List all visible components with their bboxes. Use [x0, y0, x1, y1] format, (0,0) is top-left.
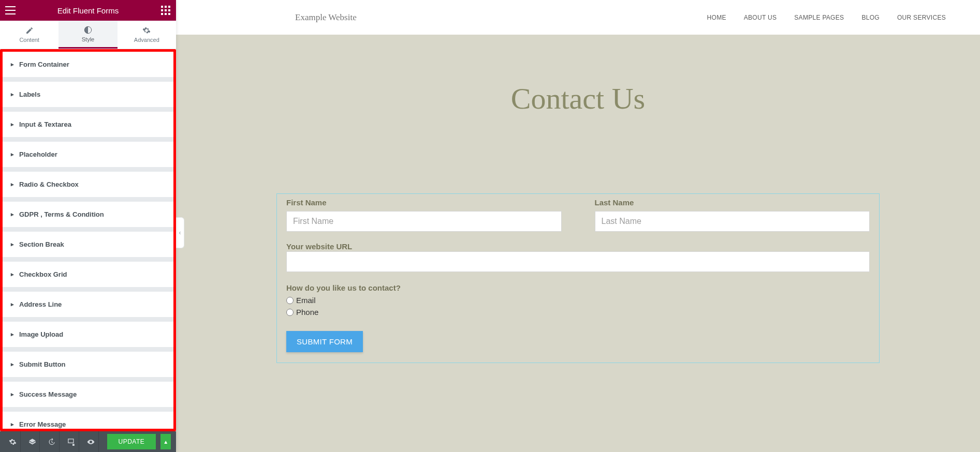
style-sections: ▸Form Container ▸Labels ▸Input & Textare… [0, 49, 176, 431]
device-icon [67, 438, 75, 446]
radio-phone-label: Phone [296, 308, 318, 317]
section-image-upload[interactable]: ▸Image Upload [3, 322, 173, 348]
caret-right-icon: ▸ [11, 211, 14, 218]
section-labels[interactable]: ▸Labels [3, 82, 173, 108]
website-input[interactable] [286, 251, 870, 272]
section-form-container[interactable]: ▸Form Container [3, 52, 173, 78]
update-button[interactable]: UPDATE [107, 434, 156, 449]
section-success-message[interactable]: ▸Success Message [3, 382, 173, 408]
caret-right-icon: ▸ [11, 361, 14, 368]
caret-right-icon: ▸ [11, 61, 14, 68]
section-label: Image Upload [19, 330, 63, 338]
update-options-button[interactable]: ▲ [160, 434, 171, 449]
caret-right-icon: ▸ [11, 301, 14, 308]
caret-right-icon: ▸ [11, 151, 14, 158]
editor-panel: Edit Fluent Forms Content Style Advanced… [0, 0, 176, 452]
section-label: Section Break [19, 240, 64, 248]
last-name-label: Last Name [595, 198, 870, 207]
last-name-input[interactable] [595, 211, 870, 232]
panel-title: Edit Fluent Forms [16, 6, 160, 15]
caret-right-icon: ▸ [11, 121, 14, 128]
section-input-textarea[interactable]: ▸Input & Textarea [3, 112, 173, 138]
nav-blog[interactable]: BLOG [861, 14, 880, 21]
tab-advanced[interactable]: Advanced [118, 21, 176, 49]
first-name-input[interactable] [286, 211, 562, 232]
tab-content-label: Content [19, 37, 39, 43]
section-address-line[interactable]: ▸Address Line [3, 292, 173, 318]
panel-header: Edit Fluent Forms [0, 0, 176, 21]
panel-collapse-handle[interactable]: ‹ [176, 217, 184, 248]
caret-right-icon: ▸ [11, 271, 14, 278]
radio-email[interactable]: Email [286, 296, 870, 305]
nav-home[interactable]: HOME [707, 14, 726, 21]
preview-button[interactable] [83, 431, 99, 452]
site-header: Example Website HOME ABOUT US SAMPLE PAG… [176, 0, 980, 35]
section-label: GDPR , Terms & Condition [19, 210, 104, 218]
radio-phone[interactable]: Phone [286, 308, 870, 317]
history-button[interactable] [44, 431, 60, 452]
caret-right-icon: ▸ [11, 421, 14, 428]
half-circle-icon [84, 26, 92, 34]
section-label: Radio & Checkbox [19, 180, 79, 188]
section-radio-checkbox[interactable]: ▸Radio & Checkbox [3, 172, 173, 198]
gear-icon [9, 438, 17, 446]
submit-button[interactable]: SUBMIT FORM [286, 331, 363, 352]
caret-right-icon: ▸ [11, 331, 14, 338]
section-label: Labels [19, 91, 40, 98]
section-checkbox-grid[interactable]: ▸Checkbox Grid [3, 262, 173, 288]
contact-form[interactable]: First Name Last Name Your website URL Ho… [276, 193, 880, 363]
top-nav: HOME ABOUT US SAMPLE PAGES BLOG OUR SERV… [707, 14, 946, 21]
preview-canvas: Example Website HOME ABOUT US SAMPLE PAG… [176, 0, 980, 452]
tab-advanced-label: Advanced [134, 37, 159, 43]
pencil-icon [25, 26, 34, 35]
section-error-message[interactable]: ▸Error Message [3, 412, 173, 431]
section-label: Address Line [19, 300, 62, 308]
radio-phone-input[interactable] [286, 309, 294, 316]
site-title: Example Website [295, 12, 357, 23]
page-heading: Contact Us [176, 81, 980, 116]
widgets-grid-icon[interactable] [160, 5, 171, 16]
section-label: Success Message [19, 390, 77, 398]
tab-content[interactable]: Content [0, 21, 58, 49]
website-label: Your website URL [286, 242, 352, 251]
section-submit-button[interactable]: ▸Submit Button [3, 352, 173, 378]
responsive-button[interactable] [64, 431, 79, 452]
caret-right-icon: ▸ [11, 91, 14, 98]
caret-right-icon: ▸ [11, 391, 14, 398]
navigator-button[interactable] [25, 431, 40, 452]
nav-about[interactable]: ABOUT US [744, 14, 777, 21]
contact-pref-label: How do you like us to contact? [286, 283, 401, 292]
section-label: Placeholder [19, 150, 57, 158]
section-gdpr[interactable]: ▸GDPR , Terms & Condition [3, 202, 173, 228]
caret-right-icon: ▸ [11, 181, 14, 188]
settings-button[interactable] [5, 431, 21, 452]
panel-footer: UPDATE ▲ [0, 431, 176, 452]
radio-email-input[interactable] [286, 297, 294, 304]
nav-services[interactable]: OUR SERVICES [897, 14, 946, 21]
nav-sample[interactable]: SAMPLE PAGES [794, 14, 844, 21]
first-name-label: First Name [286, 198, 562, 207]
caret-right-icon: ▸ [11, 241, 14, 248]
eye-icon [87, 438, 95, 446]
hamburger-icon[interactable] [5, 5, 16, 16]
section-label: Checkbox Grid [19, 270, 67, 278]
panel-tabs: Content Style Advanced [0, 21, 176, 49]
section-label: Input & Textarea [19, 120, 71, 128]
section-label: Submit Button [19, 360, 66, 368]
section-label: Form Container [19, 61, 69, 68]
section-break[interactable]: ▸Section Break [3, 232, 173, 258]
hero-section: Contact Us [176, 35, 980, 137]
section-placeholder[interactable]: ▸Placeholder [3, 142, 173, 168]
history-icon [48, 438, 55, 446]
tab-style[interactable]: Style [58, 21, 117, 49]
tab-style-label: Style [82, 36, 94, 42]
radio-email-label: Email [296, 296, 316, 305]
section-label: Error Message [19, 420, 66, 428]
layers-icon [28, 438, 36, 446]
gear-icon [142, 26, 151, 35]
